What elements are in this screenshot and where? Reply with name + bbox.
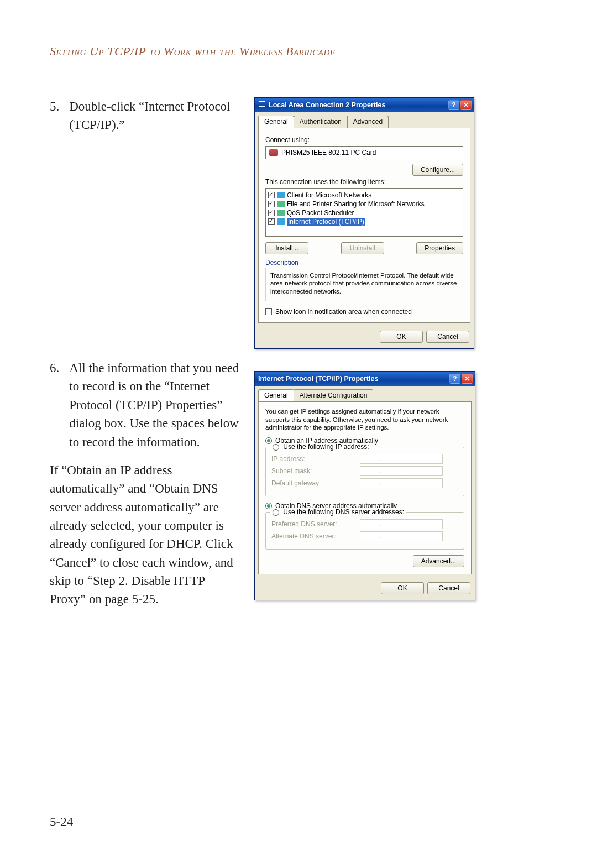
help-icon[interactable]: ? bbox=[449, 374, 460, 384]
adapter-name: PRISM25 IEEE 802.11 PC Card bbox=[281, 149, 376, 156]
step-6: 6. All the information that you need to … bbox=[50, 359, 243, 451]
component-icon bbox=[277, 218, 285, 225]
step-5-number: 5. bbox=[50, 97, 59, 134]
tcpip-intro-text: You can get IP settings assigned automat… bbox=[265, 407, 464, 431]
step-5: 5. Double-click “Internet Protocol (TCP/… bbox=[50, 97, 243, 134]
tab-authentication[interactable]: Authentication bbox=[294, 116, 348, 128]
close-icon[interactable]: ✕ bbox=[462, 374, 473, 384]
alternate-dns-field[interactable]: ... bbox=[360, 531, 443, 541]
list-item-label: Client for Microsoft Networks bbox=[287, 191, 371, 199]
connect-using-label: Connect using: bbox=[265, 136, 463, 144]
step-6-text: All the information that you need to rec… bbox=[69, 359, 243, 451]
tab-advanced[interactable]: Advanced bbox=[347, 116, 389, 128]
list-item[interactable]: QoS Packet Scheduler bbox=[268, 208, 460, 217]
checkbox-icon[interactable] bbox=[268, 210, 275, 216]
page-number: 5-24 bbox=[50, 815, 73, 829]
checkbox-icon[interactable] bbox=[268, 201, 275, 207]
tab-alternate-config[interactable]: Alternate Configuration bbox=[294, 389, 374, 401]
radio-use-ip-label: Use the following IP address: bbox=[283, 443, 369, 451]
list-item-label: File and Printer Sharing for Microsoft N… bbox=[287, 200, 425, 208]
advanced-button[interactable]: Advanced... bbox=[413, 555, 464, 567]
tab-general[interactable]: General bbox=[258, 389, 294, 401]
default-gateway-field[interactable]: ... bbox=[360, 478, 443, 488]
tab-general[interactable]: General bbox=[258, 116, 294, 128]
component-icon bbox=[277, 201, 285, 207]
list-item-selected[interactable]: Internet Protocol (TCP/IP) bbox=[268, 217, 460, 226]
cancel-button[interactable]: Cancel bbox=[427, 582, 470, 594]
description-label: Description bbox=[265, 259, 463, 266]
radio-use-ip[interactable] bbox=[273, 444, 279, 451]
adapter-field: PRISM25 IEEE 802.11 PC Card bbox=[265, 146, 463, 159]
list-item[interactable]: Client for Microsoft Networks bbox=[268, 191, 460, 200]
show-icon-checkbox[interactable] bbox=[265, 308, 272, 315]
configure-button[interactable]: Configure... bbox=[412, 164, 463, 176]
component-icon bbox=[277, 192, 285, 198]
uninstall-button[interactable]: Uninstall bbox=[341, 242, 384, 254]
description-text: Transmission Control Protocol/Internet P… bbox=[265, 268, 463, 301]
network-icon bbox=[258, 101, 266, 109]
nic-icon bbox=[269, 149, 278, 156]
checkbox-icon[interactable] bbox=[268, 192, 275, 198]
step-5-text: Double-click “Internet Protocol (TCP/IP)… bbox=[69, 97, 243, 134]
ok-button[interactable]: OK bbox=[380, 331, 423, 343]
default-gateway-label: Default gateway: bbox=[271, 479, 354, 487]
radio-use-dns[interactable] bbox=[273, 509, 279, 516]
list-item-label: Internet Protocol (TCP/IP) bbox=[287, 218, 365, 226]
step-6-number: 6. bbox=[50, 359, 59, 451]
lan-dialog-titlebar[interactable]: Local Area Connection 2 Properties ? ✕ bbox=[255, 98, 474, 112]
close-icon[interactable]: ✕ bbox=[460, 100, 472, 110]
help-icon[interactable]: ? bbox=[448, 100, 459, 110]
install-button[interactable]: Install... bbox=[265, 242, 308, 254]
component-icon bbox=[277, 210, 285, 216]
conn-items-label: This connection uses the following items… bbox=[265, 178, 463, 186]
checkbox-icon[interactable] bbox=[268, 218, 275, 225]
preferred-dns-label: Preferred DNS server: bbox=[271, 520, 354, 528]
tcpip-dialog-title: Internet Protocol (TCP/IP) Properties bbox=[258, 375, 378, 383]
ip-address-label: IP address: bbox=[271, 455, 354, 463]
subnet-mask-label: Subnet mask: bbox=[271, 467, 354, 475]
preferred-dns-field[interactable]: ... bbox=[360, 519, 443, 529]
connection-items-list[interactable]: Client for Microsoft Networks File and P… bbox=[265, 188, 463, 237]
cancel-button[interactable]: Cancel bbox=[426, 331, 469, 343]
list-item[interactable]: File and Printer Sharing for Microsoft N… bbox=[268, 200, 460, 208]
properties-button[interactable]: Properties bbox=[416, 242, 463, 254]
ip-address-field[interactable]: ... bbox=[360, 454, 443, 464]
running-head: Setting Up TCP/IP to Work with the Wirel… bbox=[50, 44, 547, 59]
lan-dialog-title: Local Area Connection 2 Properties bbox=[269, 101, 385, 109]
tcpip-properties-dialog: Internet Protocol (TCP/IP) Properties ? … bbox=[254, 371, 475, 600]
alternate-dns-label: Alternate DNS server: bbox=[271, 532, 354, 540]
show-icon-label: Show icon in notification area when conn… bbox=[275, 308, 412, 316]
followup-paragraph: If “Obtain an IP address automatically” … bbox=[50, 461, 243, 609]
subnet-mask-field[interactable]: ... bbox=[360, 466, 443, 476]
radio-use-dns-label: Use the following DNS server addresses: bbox=[283, 508, 404, 516]
tcpip-dialog-titlebar[interactable]: Internet Protocol (TCP/IP) Properties ? … bbox=[255, 372, 475, 386]
lan-properties-dialog: Local Area Connection 2 Properties ? ✕ G… bbox=[254, 97, 474, 349]
list-item-label: QoS Packet Scheduler bbox=[287, 209, 354, 217]
ok-button[interactable]: OK bbox=[381, 582, 424, 594]
